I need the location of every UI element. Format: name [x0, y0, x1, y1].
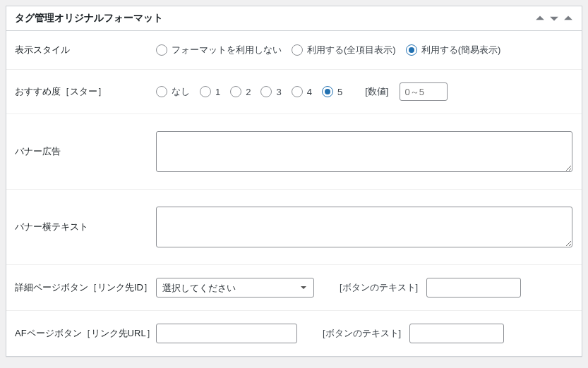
display-style-radio-simple[interactable]: 利用する(簡易表示) — [406, 44, 501, 56]
radio-icon — [200, 86, 211, 97]
af-button-text-label: [ボタンのテキスト] — [323, 327, 401, 340]
af-button-url-input[interactable] — [156, 324, 297, 343]
settings-panel: タグ管理オリジナルフォーマット 表示スタイル フォーマットを利用しない 利用する… — [6, 6, 582, 357]
detail-button-text-input[interactable] — [426, 278, 521, 298]
recommend-options: なし 1 2 3 4 — [156, 82, 573, 101]
detail-button-text-label: [ボタンのテキスト] — [340, 281, 418, 294]
recommend-radio-3[interactable]: 3 — [260, 86, 281, 97]
move-up-icon[interactable] — [535, 13, 545, 23]
panel-header-actions — [535, 13, 573, 23]
row-banner-ad: バナー広告 — [6, 114, 582, 189]
radio-label: なし — [172, 85, 190, 98]
row-display-style: 表示スタイル フォーマットを利用しない 利用する(全項目表示) 利用する(簡易表… — [6, 31, 582, 69]
recommend-radio-2[interactable]: 2 — [230, 86, 251, 97]
recommend-num-input[interactable] — [400, 82, 448, 101]
display-style-radio-full[interactable]: 利用する(全項目表示) — [292, 44, 396, 56]
row-recommend: おすすめ度［スター］ なし 1 2 — [6, 69, 582, 114]
panel-title: タグ管理オリジナルフォーマット — [15, 12, 163, 25]
recommend-radio-4[interactable]: 4 — [292, 86, 312, 97]
radio-label: 3 — [276, 87, 281, 97]
radio-icon — [406, 44, 417, 56]
radio-icon — [230, 86, 241, 97]
recommend-radio-5[interactable]: 5 — [322, 86, 342, 97]
radio-label: フォーマットを利用しない — [172, 44, 282, 56]
recommend-radio-1[interactable]: 1 — [200, 86, 220, 97]
radio-icon — [156, 44, 167, 56]
banner-text-label: バナー横テキスト — [15, 221, 156, 233]
recommend-num-label: [数値] — [365, 85, 388, 98]
banner-ad-label: バナー広告 — [15, 145, 156, 158]
radio-label: 4 — [307, 87, 312, 97]
panel-header: タグ管理オリジナルフォーマット — [6, 6, 582, 31]
move-down-icon[interactable] — [549, 13, 559, 23]
panel-body: 表示スタイル フォーマットを利用しない 利用する(全項目表示) 利用する(簡易表… — [6, 31, 582, 356]
display-style-options: フォーマットを利用しない 利用する(全項目表示) 利用する(簡易表示) — [156, 44, 573, 56]
radio-icon — [292, 86, 303, 97]
banner-ad-textarea[interactable] — [156, 131, 572, 172]
radio-label: 5 — [337, 87, 342, 97]
collapse-icon[interactable] — [563, 13, 573, 23]
radio-label: 利用する(全項目表示) — [307, 44, 396, 56]
display-style-radio-none[interactable]: フォーマットを利用しない — [156, 44, 282, 56]
radio-label: 1 — [215, 87, 220, 97]
recommend-radio-none[interactable]: なし — [156, 85, 190, 98]
detail-button-label: 詳細ページボタン［リンク先ID］ — [15, 281, 156, 294]
row-af-button: AFページボタン［リンク先URL］ [ボタンのテキスト] — [6, 310, 582, 356]
radio-icon — [322, 86, 333, 97]
radio-label: 2 — [246, 87, 251, 97]
radio-icon — [260, 86, 272, 97]
radio-icon — [292, 44, 303, 56]
radio-label: 利用する(簡易表示) — [421, 44, 501, 56]
radio-icon — [156, 86, 167, 97]
banner-text-textarea[interactable] — [156, 207, 572, 247]
af-button-text-input[interactable] — [409, 324, 504, 343]
row-detail-button: 詳細ページボタン［リンク先ID］ 選択してください [ボタンのテキスト] — [6, 264, 582, 310]
af-button-label: AFページボタン［リンク先URL］ — [15, 327, 156, 340]
recommend-label: おすすめ度［スター］ — [15, 85, 156, 98]
display-style-label: 表示スタイル — [15, 44, 156, 56]
row-banner-text: バナー横テキスト — [6, 189, 582, 264]
detail-button-select[interactable]: 選択してください — [156, 278, 314, 298]
